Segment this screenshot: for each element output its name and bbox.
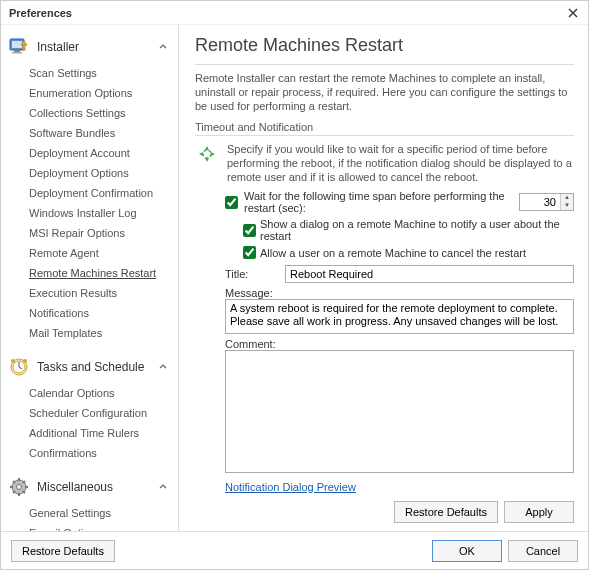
svg-rect-2 <box>14 50 20 52</box>
comment-textarea[interactable] <box>225 350 574 473</box>
sidebar-item[interactable]: Deployment Options <box>1 163 178 183</box>
sidebar-item-remote-machines-restart[interactable]: Remote Machines Restart <box>1 263 178 283</box>
svg-point-8 <box>23 359 27 363</box>
allow-cancel-row: Allow a user on a remote Machine to canc… <box>243 246 574 259</box>
spinner-up-icon[interactable]: ▲ <box>561 194 573 202</box>
chevron-up-icon <box>158 362 168 372</box>
sidebar-item[interactable]: General Settings <box>1 503 178 523</box>
svg-line-15 <box>13 481 15 483</box>
sidebar-group-installer[interactable]: Installer <box>1 31 178 63</box>
sidebar-item[interactable]: Windows Installer Log <box>1 203 178 223</box>
preview-link[interactable]: Notification Dialog Preview <box>225 481 574 493</box>
title-label: Title: <box>225 268 279 280</box>
sidebar-item[interactable]: Calendar Options <box>1 383 178 403</box>
main: Installer Scan Settings Enumeration Opti… <box>1 25 588 531</box>
divider <box>195 135 574 136</box>
sidebar-item[interactable]: Remote Agent <box>1 243 178 263</box>
content-buttons: Restore Defaults Apply <box>195 501 574 523</box>
show-dialog-label: Show a dialog on a remote Machine to not… <box>260 218 574 242</box>
sidebar-group-installer-items: Scan Settings Enumeration Options Collec… <box>1 63 178 351</box>
svg-line-16 <box>23 491 25 493</box>
sidebar-item[interactable]: Collections Settings <box>1 103 178 123</box>
restore-defaults-global-button[interactable]: Restore Defaults <box>11 540 115 562</box>
footer: Restore Defaults OK Cancel <box>1 531 588 569</box>
section-title: Timeout and Notification <box>195 121 574 133</box>
chevron-up-icon <box>158 42 168 52</box>
show-dialog-row: Show a dialog on a remote Machine to not… <box>243 218 574 242</box>
sidebar-group-tasks-items: Calendar Options Scheduler Configuration… <box>1 383 178 471</box>
chevron-up-icon <box>158 482 168 492</box>
sidebar-group-label: Miscellaneous <box>37 480 158 494</box>
section-description: Specify if you would like to wait for a … <box>227 142 574 184</box>
wait-seconds-spinner[interactable]: ▲ ▼ <box>519 193 574 211</box>
page-title: Remote Machines Restart <box>195 35 574 56</box>
sidebar-item[interactable]: Deployment Confirmation <box>1 183 178 203</box>
sidebar-item[interactable]: Execution Results <box>1 283 178 303</box>
sidebar: Installer Scan Settings Enumeration Opti… <box>1 25 179 531</box>
allow-cancel-label: Allow a user on a remote Machine to canc… <box>260 247 526 259</box>
sidebar-item[interactable]: Additional Time Rulers <box>1 423 178 443</box>
sidebar-item[interactable]: Enumeration Options <box>1 83 178 103</box>
svg-line-17 <box>23 481 25 483</box>
cancel-button[interactable]: Cancel <box>508 540 578 562</box>
sidebar-item[interactable]: Software Bundles <box>1 123 178 143</box>
comment-label: Comment: <box>225 338 574 350</box>
sidebar-group-misc-items: General Settings E-mail Options Program … <box>1 503 178 531</box>
sidebar-item[interactable]: Scan Settings <box>1 63 178 83</box>
restore-defaults-button[interactable]: Restore Defaults <box>394 501 498 523</box>
sidebar-item[interactable]: Notifications <box>1 303 178 323</box>
wait-seconds-input[interactable] <box>520 194 560 210</box>
svg-point-7 <box>11 359 15 363</box>
svg-line-18 <box>13 491 15 493</box>
title-input[interactable] <box>285 265 574 283</box>
show-dialog-checkbox[interactable] <box>243 224 256 237</box>
window-title: Preferences <box>9 7 72 19</box>
refresh-icon <box>195 142 219 166</box>
sidebar-item[interactable]: Deployment Account <box>1 143 178 163</box>
svg-rect-3 <box>12 52 22 54</box>
clock-icon <box>7 355 31 379</box>
sidebar-item[interactable]: MSI Repair Options <box>1 223 178 243</box>
titlebar: Preferences <box>1 1 588 25</box>
installer-icon <box>7 35 31 59</box>
svg-rect-4 <box>23 45 25 50</box>
ok-button[interactable]: OK <box>432 540 502 562</box>
gear-icon <box>7 475 31 499</box>
allow-cancel-checkbox[interactable] <box>243 246 256 259</box>
close-icon[interactable] <box>564 4 582 22</box>
spinner-down-icon[interactable]: ▼ <box>561 202 573 210</box>
message-label: Message: <box>225 287 574 299</box>
divider <box>195 64 574 65</box>
message-textarea[interactable] <box>225 299 574 334</box>
sidebar-item[interactable]: Scheduler Configuration <box>1 403 178 423</box>
wait-row: Wait for the following time span before … <box>225 190 574 214</box>
svg-point-10 <box>17 485 22 490</box>
page-description: Remote Installer can restart the remote … <box>195 71 574 113</box>
svg-point-19 <box>203 150 211 158</box>
sidebar-group-label: Installer <box>37 40 158 54</box>
sidebar-item[interactable]: Confirmations <box>1 443 178 463</box>
sidebar-item[interactable]: Mail Templates <box>1 323 178 343</box>
section-intro: Specify if you would like to wait for a … <box>195 142 574 184</box>
content: Remote Machines Restart Remote Installer… <box>179 25 588 531</box>
sidebar-group-tasks[interactable]: Tasks and Schedule <box>1 351 178 383</box>
wait-label: Wait for the following time span before … <box>244 190 513 214</box>
wait-checkbox[interactable] <box>225 196 238 209</box>
sidebar-group-misc[interactable]: Miscellaneous <box>1 471 178 503</box>
title-row: Title: <box>225 265 574 283</box>
svg-rect-1 <box>12 41 22 48</box>
sidebar-item[interactable]: E-mail Options <box>1 523 178 531</box>
apply-button[interactable]: Apply <box>504 501 574 523</box>
sidebar-group-label: Tasks and Schedule <box>37 360 158 374</box>
